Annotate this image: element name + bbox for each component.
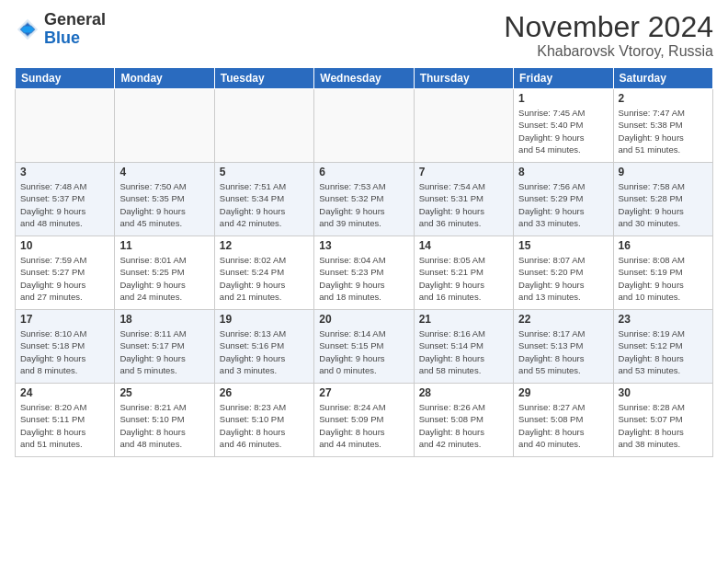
day-info: Sunrise: 7:48 AMSunset: 5:37 PMDaylight:… <box>20 180 109 229</box>
header-monday: Monday <box>115 68 214 89</box>
header-saturday: Saturday <box>613 68 712 89</box>
day-number: 9 <box>619 166 708 178</box>
day-number: 5 <box>220 166 309 178</box>
day-info: Sunrise: 8:16 AMSunset: 5:14 PMDaylight:… <box>419 327 508 376</box>
logo: General Blue <box>15 11 106 48</box>
location-subtitle: Khabarovsk Vtoroy, Russia <box>504 43 713 60</box>
calendar-week-5: 24Sunrise: 8:20 AMSunset: 5:11 PMDayligh… <box>16 384 713 457</box>
day-info: Sunrise: 8:01 AMSunset: 5:25 PMDaylight:… <box>119 254 209 303</box>
day-info: Sunrise: 8:08 AMSunset: 5:19 PMDaylight:… <box>619 254 708 303</box>
calendar-cell: 25Sunrise: 8:21 AMSunset: 5:10 PMDayligh… <box>115 384 214 457</box>
day-info: Sunrise: 8:13 AMSunset: 5:16 PMDaylight:… <box>220 327 309 376</box>
header-wednesday: Wednesday <box>314 68 414 89</box>
day-number: 24 <box>20 386 109 399</box>
header-thursday: Thursday <box>414 68 513 89</box>
calendar-cell: 19Sunrise: 8:13 AMSunset: 5:16 PMDayligh… <box>214 310 313 384</box>
calendar-cell: 16Sunrise: 8:08 AMSunset: 5:19 PMDayligh… <box>613 236 712 310</box>
day-info: Sunrise: 8:14 AMSunset: 5:15 PMDaylight:… <box>319 327 408 376</box>
day-number: 22 <box>518 313 608 326</box>
calendar-cell: 3Sunrise: 7:48 AMSunset: 5:37 PMDaylight… <box>16 163 115 236</box>
day-info: Sunrise: 7:45 AMSunset: 5:40 PMDaylight:… <box>518 107 608 155</box>
logo-icon <box>15 17 40 42</box>
calendar-table: Sunday Monday Tuesday Wednesday Thursday… <box>15 67 713 457</box>
month-title: November 2024 <box>504 11 713 43</box>
header: General Blue November 2024 Khabarovsk Vt… <box>15 11 713 60</box>
day-number: 7 <box>419 166 508 178</box>
calendar-cell: 21Sunrise: 8:16 AMSunset: 5:14 PMDayligh… <box>414 310 513 384</box>
day-number: 27 <box>319 386 408 399</box>
calendar-cell: 29Sunrise: 8:27 AMSunset: 5:08 PMDayligh… <box>514 384 613 457</box>
calendar-cell <box>314 89 414 163</box>
day-info: Sunrise: 8:10 AMSunset: 5:18 PMDaylight:… <box>20 327 109 376</box>
day-info: Sunrise: 8:21 AMSunset: 5:10 PMDaylight:… <box>119 401 209 450</box>
calendar-week-1: 1Sunrise: 7:45 AMSunset: 5:40 PMDaylight… <box>16 89 713 163</box>
calendar-cell: 15Sunrise: 8:07 AMSunset: 5:20 PMDayligh… <box>514 236 613 310</box>
calendar-cell: 23Sunrise: 8:19 AMSunset: 5:12 PMDayligh… <box>613 310 712 384</box>
calendar-cell: 10Sunrise: 7:59 AMSunset: 5:27 PMDayligh… <box>16 236 115 310</box>
page: General Blue November 2024 Khabarovsk Vt… <box>0 0 728 563</box>
day-number: 28 <box>419 386 508 399</box>
day-number: 17 <box>20 313 109 326</box>
calendar-cell <box>16 89 115 163</box>
day-number: 21 <box>419 313 508 326</box>
day-info: Sunrise: 8:02 AMSunset: 5:24 PMDaylight:… <box>220 254 309 303</box>
day-info: Sunrise: 7:59 AMSunset: 5:27 PMDaylight:… <box>20 254 109 303</box>
day-number: 29 <box>518 386 608 399</box>
day-number: 12 <box>220 239 309 252</box>
calendar-cell: 28Sunrise: 8:26 AMSunset: 5:08 PMDayligh… <box>414 384 513 457</box>
calendar-cell: 18Sunrise: 8:11 AMSunset: 5:17 PMDayligh… <box>115 310 214 384</box>
calendar-cell: 6Sunrise: 7:53 AMSunset: 5:32 PMDaylight… <box>314 163 414 236</box>
day-number: 16 <box>619 239 708 252</box>
day-number: 30 <box>619 386 708 399</box>
calendar-cell: 22Sunrise: 8:17 AMSunset: 5:13 PMDayligh… <box>514 310 613 384</box>
day-number: 13 <box>319 239 408 252</box>
day-info: Sunrise: 8:19 AMSunset: 5:12 PMDaylight:… <box>619 327 708 376</box>
day-number: 10 <box>20 239 109 252</box>
day-info: Sunrise: 7:56 AMSunset: 5:29 PMDaylight:… <box>518 180 608 229</box>
calendar-week-3: 10Sunrise: 7:59 AMSunset: 5:27 PMDayligh… <box>16 236 713 310</box>
calendar-cell: 5Sunrise: 7:51 AMSunset: 5:34 PMDaylight… <box>214 163 313 236</box>
day-info: Sunrise: 7:50 AMSunset: 5:35 PMDaylight:… <box>119 180 209 229</box>
day-info: Sunrise: 8:04 AMSunset: 5:23 PMDaylight:… <box>319 254 408 303</box>
day-info: Sunrise: 7:54 AMSunset: 5:31 PMDaylight:… <box>419 180 508 229</box>
header-friday: Friday <box>514 68 613 89</box>
logo-general: General <box>44 10 106 29</box>
day-number: 2 <box>619 92 708 105</box>
calendar-cell: 8Sunrise: 7:56 AMSunset: 5:29 PMDaylight… <box>514 163 613 236</box>
calendar-cell: 2Sunrise: 7:47 AMSunset: 5:38 PMDaylight… <box>613 89 712 163</box>
calendar-week-4: 17Sunrise: 8:10 AMSunset: 5:18 PMDayligh… <box>16 310 713 384</box>
day-number: 23 <box>619 313 708 326</box>
day-number: 14 <box>419 239 508 252</box>
logo-text: General Blue <box>44 11 106 48</box>
calendar-cell: 26Sunrise: 8:23 AMSunset: 5:10 PMDayligh… <box>214 384 313 457</box>
day-number: 1 <box>518 92 608 105</box>
day-info: Sunrise: 8:24 AMSunset: 5:09 PMDaylight:… <box>319 401 408 450</box>
title-area: November 2024 Khabarovsk Vtoroy, Russia <box>504 11 713 60</box>
calendar-week-2: 3Sunrise: 7:48 AMSunset: 5:37 PMDaylight… <box>16 163 713 236</box>
calendar-cell <box>414 89 513 163</box>
day-info: Sunrise: 8:23 AMSunset: 5:10 PMDaylight:… <box>220 401 309 450</box>
day-info: Sunrise: 8:07 AMSunset: 5:20 PMDaylight:… <box>518 254 608 303</box>
day-number: 11 <box>119 239 209 252</box>
calendar-cell: 11Sunrise: 8:01 AMSunset: 5:25 PMDayligh… <box>115 236 214 310</box>
day-info: Sunrise: 8:17 AMSunset: 5:13 PMDaylight:… <box>518 327 608 376</box>
calendar-cell: 20Sunrise: 8:14 AMSunset: 5:15 PMDayligh… <box>314 310 414 384</box>
day-info: Sunrise: 8:26 AMSunset: 5:08 PMDaylight:… <box>419 401 508 450</box>
day-info: Sunrise: 8:05 AMSunset: 5:21 PMDaylight:… <box>419 254 508 303</box>
day-info: Sunrise: 7:51 AMSunset: 5:34 PMDaylight:… <box>220 180 309 229</box>
calendar-header-row: Sunday Monday Tuesday Wednesday Thursday… <box>16 68 713 89</box>
calendar-cell: 1Sunrise: 7:45 AMSunset: 5:40 PMDaylight… <box>514 89 613 163</box>
logo-blue: Blue <box>44 29 80 47</box>
day-number: 15 <box>518 239 608 252</box>
day-number: 18 <box>119 313 209 326</box>
day-number: 8 <box>518 166 608 178</box>
day-info: Sunrise: 8:20 AMSunset: 5:11 PMDaylight:… <box>20 401 109 450</box>
calendar-cell: 12Sunrise: 8:02 AMSunset: 5:24 PMDayligh… <box>214 236 313 310</box>
day-number: 6 <box>319 166 408 178</box>
calendar-cell: 27Sunrise: 8:24 AMSunset: 5:09 PMDayligh… <box>314 384 414 457</box>
calendar-cell <box>214 89 313 163</box>
calendar-cell: 24Sunrise: 8:20 AMSunset: 5:11 PMDayligh… <box>16 384 115 457</box>
calendar-cell: 13Sunrise: 8:04 AMSunset: 5:23 PMDayligh… <box>314 236 414 310</box>
calendar-cell: 30Sunrise: 8:28 AMSunset: 5:07 PMDayligh… <box>613 384 712 457</box>
calendar-cell: 7Sunrise: 7:54 AMSunset: 5:31 PMDaylight… <box>414 163 513 236</box>
